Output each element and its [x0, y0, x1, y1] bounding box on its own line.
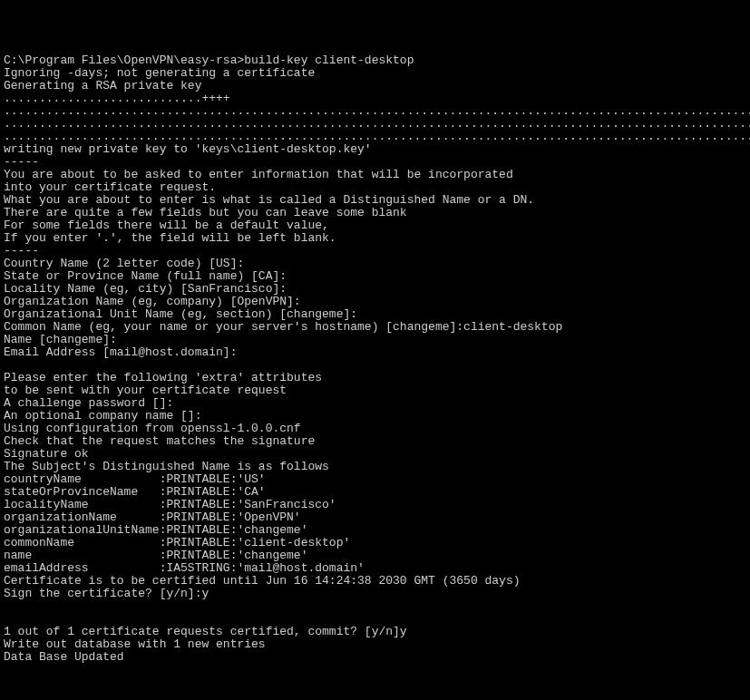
terminal-line: There are quite a few fields but you can… — [4, 207, 746, 219]
terminal-line: emailAddress :IA5STRING:'mail@host.domai… — [4, 562, 746, 575]
terminal-line: For some fields there will be a default … — [4, 219, 746, 232]
terminal-line: Write out database with 1 new entries — [4, 638, 746, 651]
terminal-line: Signature ok — [4, 448, 746, 461]
terminal-line: stateOrProvinceName :PRINTABLE:'CA' — [4, 486, 746, 499]
terminal-line: name :PRINTABLE:'changeme' — [4, 549, 746, 562]
terminal-line: Organization Name (eg, company) [OpenVPN… — [4, 296, 746, 308]
terminal-line: ........................................… — [4, 105, 746, 118]
terminal-line: organizationName :PRINTABLE:'OpenVPN' — [4, 511, 746, 524]
terminal-line: localityName :PRINTABLE:'SanFrancisco' — [4, 499, 746, 511]
terminal-line: C:\Program Files\OpenVPN\easy-rsa>build-… — [4, 54, 746, 67]
terminal-line: State or Province Name (full name) [CA]: — [4, 270, 746, 283]
terminal-line: Email Address [mail@host.domain]: — [4, 346, 746, 359]
terminal-line: ----- — [4, 245, 746, 258]
terminal-line: You are about to be asked to enter infor… — [4, 169, 746, 181]
terminal-line — [4, 600, 746, 613]
terminal-line: What you are about to enter is what is c… — [4, 194, 746, 207]
terminal-line: 1 out of 1 certificate requests certifie… — [4, 626, 746, 638]
terminal-output[interactable]: C:\Program Files\OpenVPN\easy-rsa>build-… — [4, 54, 746, 664]
terminal-line: Data Base Updated — [4, 651, 746, 664]
terminal-line: Sign the certificate? [y/n]:y — [4, 588, 746, 600]
terminal-line: Using configuration from openssl-1.0.0.c… — [4, 423, 746, 435]
terminal-line: countryName :PRINTABLE:'US' — [4, 473, 746, 486]
terminal-line: The Subject's Distinguished Name is as f… — [4, 461, 746, 473]
terminal-line: Country Name (2 letter code) [US]: — [4, 258, 746, 270]
terminal-line: ........................................… — [4, 118, 746, 131]
terminal-line: commonName :PRINTABLE:'client-desktop' — [4, 537, 746, 549]
terminal-line: A challenge password []: — [4, 397, 746, 410]
terminal-line: writing new private key to 'keys\client-… — [4, 143, 746, 156]
terminal-line: ----- — [4, 156, 746, 169]
terminal-line: organizationalUnitName:PRINTABLE:'change… — [4, 524, 746, 537]
terminal-line: to be sent with your certificate request — [4, 384, 746, 397]
terminal-line: ........................................… — [4, 131, 746, 143]
terminal-line: ............................++++ — [4, 92, 746, 105]
terminal-line: If you enter '.', the field will be left… — [4, 232, 746, 245]
terminal-line: into your certificate request. — [4, 181, 746, 194]
terminal-line — [4, 613, 746, 626]
terminal-line: Please enter the following 'extra' attri… — [4, 372, 746, 384]
terminal-line: Check that the request matches the signa… — [4, 435, 746, 448]
terminal-line: Common Name (eg, your name or your serve… — [4, 321, 746, 334]
terminal-line: Organizational Unit Name (eg, section) [… — [4, 308, 746, 321]
terminal-line: Generating a RSA private key — [4, 80, 746, 92]
terminal-line: Name [changeme]: — [4, 334, 746, 346]
terminal-line — [4, 359, 746, 372]
terminal-line: An optional company name []: — [4, 410, 746, 423]
terminal-line: Locality Name (eg, city) [SanFrancisco]: — [4, 283, 746, 296]
terminal-line: Certificate is to be certified until Jun… — [4, 575, 746, 588]
terminal-line: Ignoring -days; not generating a certifi… — [4, 67, 746, 80]
